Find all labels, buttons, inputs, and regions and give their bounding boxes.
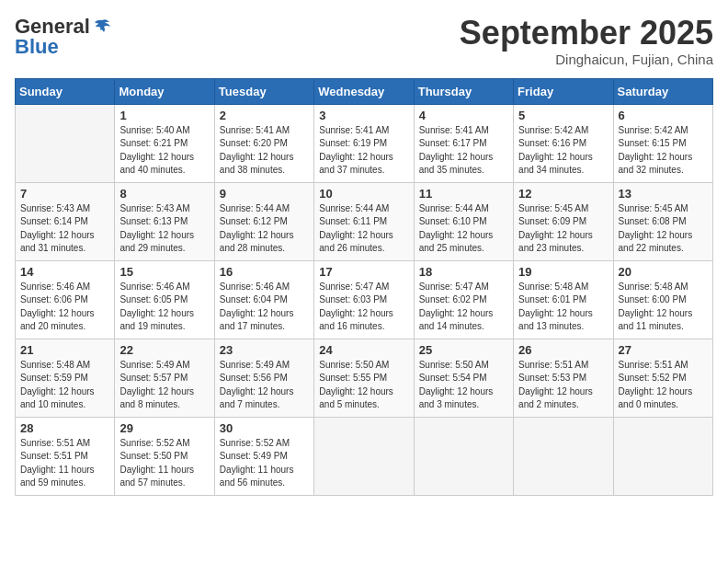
week-row-5: 28Sunrise: 5:51 AM Sunset: 5:51 PM Dayli… bbox=[16, 417, 713, 495]
weekday-header-saturday: Saturday bbox=[613, 78, 712, 104]
page-header: General Blue September 2025 Dinghaicun, … bbox=[15, 15, 713, 67]
calendar-cell: 24Sunrise: 5:50 AM Sunset: 5:55 PM Dayli… bbox=[314, 339, 414, 417]
day-content: Sunrise: 5:44 AM Sunset: 6:11 PM Dayligh… bbox=[319, 202, 408, 256]
day-content: Sunrise: 5:46 AM Sunset: 6:05 PM Dayligh… bbox=[119, 281, 209, 334]
weekday-header-tuesday: Tuesday bbox=[214, 78, 313, 104]
day-number: 3 bbox=[319, 109, 408, 122]
week-row-1: 1Sunrise: 5:40 AM Sunset: 6:21 PM Daylig… bbox=[16, 104, 713, 182]
calendar-table: SundayMondayTuesdayWednesdayThursdayFrid… bbox=[15, 78, 713, 496]
day-content: Sunrise: 5:45 AM Sunset: 6:08 PM Dayligh… bbox=[619, 202, 708, 256]
location-subtitle: Dinghaicun, Fujian, China bbox=[460, 52, 713, 67]
day-number: 14 bbox=[20, 265, 109, 279]
day-number: 28 bbox=[20, 421, 109, 435]
day-number: 17 bbox=[319, 265, 408, 279]
day-content: Sunrise: 5:52 AM Sunset: 5:50 PM Dayligh… bbox=[119, 437, 209, 490]
weekday-header-friday: Friday bbox=[514, 78, 613, 104]
day-content: Sunrise: 5:41 AM Sunset: 6:19 PM Dayligh… bbox=[319, 124, 408, 178]
day-number: 22 bbox=[119, 343, 209, 357]
calendar-cell: 11Sunrise: 5:44 AM Sunset: 6:10 PM Dayli… bbox=[414, 182, 513, 260]
logo-blue: Blue bbox=[15, 35, 59, 59]
day-number: 18 bbox=[419, 265, 508, 279]
calendar-cell: 7Sunrise: 5:43 AM Sunset: 6:14 PM Daylig… bbox=[16, 182, 115, 260]
weekday-header-monday: Monday bbox=[115, 78, 214, 104]
calendar-cell: 10Sunrise: 5:44 AM Sunset: 6:11 PM Dayli… bbox=[314, 182, 414, 260]
calendar-cell: 17Sunrise: 5:47 AM Sunset: 6:03 PM Dayli… bbox=[314, 260, 414, 339]
calendar-cell: 8Sunrise: 5:43 AM Sunset: 6:13 PM Daylig… bbox=[115, 182, 214, 260]
day-number: 5 bbox=[518, 109, 608, 122]
calendar-cell: 27Sunrise: 5:51 AM Sunset: 5:52 PM Dayli… bbox=[613, 339, 712, 417]
day-number: 10 bbox=[319, 187, 408, 201]
day-number: 23 bbox=[220, 343, 309, 357]
calendar-cell: 26Sunrise: 5:51 AM Sunset: 5:53 PM Dayli… bbox=[514, 339, 613, 417]
day-content: Sunrise: 5:52 AM Sunset: 5:49 PM Dayligh… bbox=[220, 437, 309, 490]
day-content: Sunrise: 5:43 AM Sunset: 6:13 PM Dayligh… bbox=[119, 202, 209, 256]
calendar-cell: 21Sunrise: 5:48 AM Sunset: 5:59 PM Dayli… bbox=[16, 339, 115, 417]
calendar-cell: 30Sunrise: 5:52 AM Sunset: 5:49 PM Dayli… bbox=[214, 417, 313, 495]
month-title: September 2025 bbox=[460, 15, 713, 52]
calendar-cell bbox=[514, 417, 613, 495]
week-row-2: 7Sunrise: 5:43 AM Sunset: 6:14 PM Daylig… bbox=[16, 182, 713, 260]
calendar-cell: 29Sunrise: 5:52 AM Sunset: 5:50 PM Dayli… bbox=[115, 417, 214, 495]
day-number: 20 bbox=[619, 265, 708, 279]
calendar-cell: 18Sunrise: 5:47 AM Sunset: 6:02 PM Dayli… bbox=[414, 260, 513, 339]
title-block: September 2025 Dinghaicun, Fujian, China bbox=[460, 15, 713, 67]
day-content: Sunrise: 5:51 AM Sunset: 5:52 PM Dayligh… bbox=[619, 359, 708, 412]
day-content: Sunrise: 5:50 AM Sunset: 5:55 PM Dayligh… bbox=[319, 359, 408, 412]
calendar-cell: 13Sunrise: 5:45 AM Sunset: 6:08 PM Dayli… bbox=[613, 182, 712, 260]
logo: General Blue bbox=[15, 15, 112, 59]
day-content: Sunrise: 5:51 AM Sunset: 5:51 PM Dayligh… bbox=[20, 437, 109, 490]
day-number: 19 bbox=[518, 265, 608, 279]
day-number: 2 bbox=[220, 109, 309, 122]
weekday-header-sunday: Sunday bbox=[16, 78, 115, 104]
day-content: Sunrise: 5:49 AM Sunset: 5:57 PM Dayligh… bbox=[119, 359, 209, 412]
week-row-4: 21Sunrise: 5:48 AM Sunset: 5:59 PM Dayli… bbox=[16, 339, 713, 417]
calendar-cell: 2Sunrise: 5:41 AM Sunset: 6:20 PM Daylig… bbox=[214, 104, 313, 182]
day-content: Sunrise: 5:45 AM Sunset: 6:09 PM Dayligh… bbox=[518, 202, 608, 256]
day-content: Sunrise: 5:47 AM Sunset: 6:02 PM Dayligh… bbox=[419, 281, 508, 334]
day-content: Sunrise: 5:42 AM Sunset: 6:16 PM Dayligh… bbox=[518, 124, 608, 178]
day-number: 15 bbox=[119, 265, 209, 279]
day-content: Sunrise: 5:44 AM Sunset: 6:10 PM Dayligh… bbox=[419, 202, 508, 256]
calendar-cell bbox=[613, 417, 712, 495]
day-number: 16 bbox=[220, 265, 309, 279]
calendar-cell: 3Sunrise: 5:41 AM Sunset: 6:19 PM Daylig… bbox=[314, 104, 414, 182]
calendar-cell: 15Sunrise: 5:46 AM Sunset: 6:05 PM Dayli… bbox=[115, 260, 214, 339]
day-content: Sunrise: 5:47 AM Sunset: 6:03 PM Dayligh… bbox=[319, 281, 408, 334]
day-number: 12 bbox=[518, 187, 608, 201]
day-number: 21 bbox=[20, 343, 109, 357]
day-content: Sunrise: 5:46 AM Sunset: 6:04 PM Dayligh… bbox=[220, 281, 309, 334]
day-content: Sunrise: 5:41 AM Sunset: 6:20 PM Dayligh… bbox=[220, 124, 309, 178]
calendar-cell: 19Sunrise: 5:48 AM Sunset: 6:01 PM Dayli… bbox=[514, 260, 613, 339]
day-number: 11 bbox=[419, 187, 508, 201]
day-content: Sunrise: 5:51 AM Sunset: 5:53 PM Dayligh… bbox=[518, 359, 608, 412]
weekday-header-wednesday: Wednesday bbox=[314, 78, 414, 104]
day-content: Sunrise: 5:43 AM Sunset: 6:14 PM Dayligh… bbox=[20, 202, 109, 256]
day-content: Sunrise: 5:48 AM Sunset: 6:01 PM Dayligh… bbox=[518, 281, 608, 334]
calendar-cell bbox=[16, 104, 115, 182]
day-number: 25 bbox=[419, 343, 508, 357]
calendar-cell: 6Sunrise: 5:42 AM Sunset: 6:15 PM Daylig… bbox=[613, 104, 712, 182]
day-content: Sunrise: 5:42 AM Sunset: 6:15 PM Dayligh… bbox=[619, 124, 708, 178]
logo-bird-icon bbox=[92, 17, 112, 37]
calendar-cell bbox=[414, 417, 513, 495]
calendar-cell: 4Sunrise: 5:41 AM Sunset: 6:17 PM Daylig… bbox=[414, 104, 513, 182]
day-number: 26 bbox=[518, 343, 608, 357]
calendar-cell: 5Sunrise: 5:42 AM Sunset: 6:16 PM Daylig… bbox=[514, 104, 613, 182]
day-content: Sunrise: 5:50 AM Sunset: 5:54 PM Dayligh… bbox=[419, 359, 508, 412]
calendar-cell: 20Sunrise: 5:48 AM Sunset: 6:00 PM Dayli… bbox=[613, 260, 712, 339]
day-number: 7 bbox=[20, 187, 109, 201]
day-content: Sunrise: 5:41 AM Sunset: 6:17 PM Dayligh… bbox=[419, 124, 508, 178]
calendar-cell: 25Sunrise: 5:50 AM Sunset: 5:54 PM Dayli… bbox=[414, 339, 513, 417]
day-content: Sunrise: 5:46 AM Sunset: 6:06 PM Dayligh… bbox=[20, 281, 109, 334]
weekday-header-row: SundayMondayTuesdayWednesdayThursdayFrid… bbox=[16, 78, 713, 104]
day-number: 24 bbox=[319, 343, 408, 357]
calendar-cell: 22Sunrise: 5:49 AM Sunset: 5:57 PM Dayli… bbox=[115, 339, 214, 417]
day-content: Sunrise: 5:44 AM Sunset: 6:12 PM Dayligh… bbox=[220, 202, 309, 256]
calendar-cell: 16Sunrise: 5:46 AM Sunset: 6:04 PM Dayli… bbox=[214, 260, 313, 339]
week-row-3: 14Sunrise: 5:46 AM Sunset: 6:06 PM Dayli… bbox=[16, 260, 713, 339]
day-number: 13 bbox=[619, 187, 708, 201]
calendar-cell: 9Sunrise: 5:44 AM Sunset: 6:12 PM Daylig… bbox=[214, 182, 313, 260]
calendar-cell bbox=[314, 417, 414, 495]
day-number: 1 bbox=[119, 109, 209, 122]
calendar-cell: 1Sunrise: 5:40 AM Sunset: 6:21 PM Daylig… bbox=[115, 104, 214, 182]
